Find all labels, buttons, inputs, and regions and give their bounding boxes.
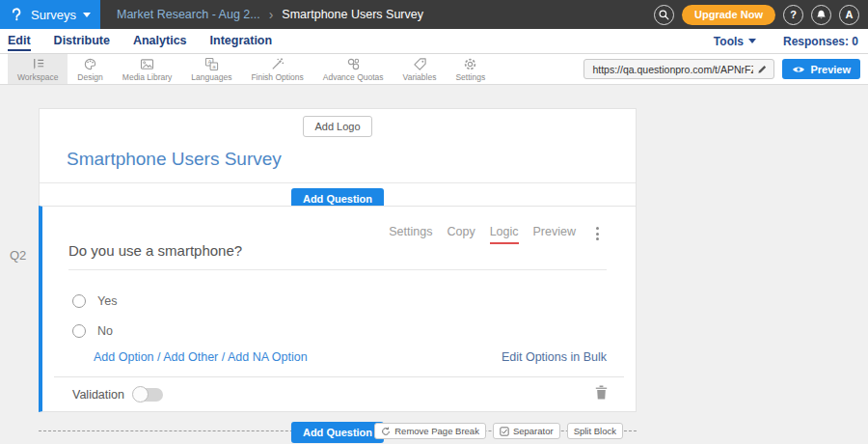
chevron-down-icon: [748, 39, 756, 43]
remove-page-break-button[interactable]: Remove Page Break: [374, 423, 486, 439]
question-tab-preview[interactable]: Preview: [533, 225, 576, 242]
question-tab-copy[interactable]: Copy: [447, 225, 475, 242]
nav-tabs: Edit Distribute Analytics Integration: [0, 31, 272, 51]
option-label[interactable]: No: [97, 324, 113, 338]
tools-label: Tools: [714, 35, 744, 48]
toolbar-item-variables[interactable]: Variables: [393, 54, 447, 84]
pencil-icon: [756, 64, 768, 75]
tools-menu[interactable]: Tools: [714, 35, 756, 48]
delete-question-button[interactable]: [594, 384, 609, 401]
separator-label: Separator: [513, 426, 554, 436]
section-nav: Edit Distribute Analytics Integration To…: [0, 29, 868, 54]
product-label: Surveys: [31, 8, 76, 22]
tab-edit[interactable]: Edit: [8, 31, 31, 51]
page-break-row: Add Question Remove Page Break Separator…: [39, 422, 637, 443]
link-separator: /: [154, 350, 164, 364]
question-mark-icon: ?: [790, 9, 797, 20]
option-label[interactable]: Yes: [97, 294, 117, 308]
preview-button[interactable]: Preview: [782, 59, 860, 79]
add-option-link[interactable]: Add Option: [94, 350, 154, 364]
kebab-menu-icon[interactable]: [592, 225, 603, 242]
gear-icon: [463, 57, 477, 71]
nav-right: Tools Responses: 0: [714, 35, 868, 48]
toolbar-item-media-library[interactable]: Media Library: [113, 54, 182, 84]
wand-icon: [270, 57, 285, 71]
search-icon: [658, 9, 670, 21]
top-bar: Surveys Market Research - Aug 2... › Sma…: [0, 0, 868, 29]
chevron-down-icon: [83, 13, 91, 17]
toolbar-item-workspace[interactable]: Workspace: [8, 54, 68, 84]
tab-distribute[interactable]: Distribute: [54, 31, 110, 51]
image-icon: [140, 57, 154, 71]
toolbar-item-settings[interactable]: Settings: [446, 54, 495, 84]
toolbar-item-finish-options[interactable]: Finish Options: [241, 54, 312, 84]
survey-url-box: [583, 59, 774, 79]
option-add-links: Add Option / Add Other / Add NA Option: [94, 350, 308, 364]
remove-page-break-label: Remove Page Break: [394, 426, 479, 436]
search-button[interactable]: [654, 5, 674, 25]
add-other-link[interactable]: Add Other: [163, 350, 218, 364]
tab-integration[interactable]: Integration: [210, 31, 273, 51]
question-tabs: Settings Copy Logic Preview: [389, 225, 603, 244]
radio-button[interactable]: [72, 294, 86, 308]
question-tab-logic[interactable]: Logic: [490, 225, 519, 244]
question-text-field: Do you use a smartphone?: [68, 242, 607, 270]
validation-toggle[interactable]: [134, 388, 163, 402]
add-logo-button[interactable]: Add Logo: [303, 116, 371, 137]
help-button[interactable]: ?: [783, 5, 803, 25]
avatar[interactable]: A: [839, 5, 859, 25]
upgrade-now-button[interactable]: Upgrade Now: [682, 5, 775, 25]
answer-option-row: No: [72, 324, 113, 338]
survey-title[interactable]: Smartphone Users Survey: [67, 149, 636, 170]
checkbox-icon: [500, 427, 509, 436]
question-text[interactable]: Do you use a smartphone?: [68, 242, 607, 270]
edit-toolbar: Workspace Design Media Library Aa Langua…: [0, 54, 868, 85]
split-block-label: Split Block: [574, 426, 616, 436]
surveys-product-menu[interactable]: Surveys: [0, 0, 100, 29]
breadcrumb-folder[interactable]: Market Research - Aug 2...: [117, 8, 260, 21]
question-card: Settings Copy Logic Preview Do you use a…: [39, 206, 637, 412]
toolbar-item-languages[interactable]: Aa Languages: [181, 54, 241, 84]
questionpro-logo-icon: [9, 7, 24, 22]
validation-row: Validation: [72, 388, 163, 402]
split-block-button[interactable]: Split Block: [567, 423, 623, 439]
refresh-icon: [381, 427, 391, 436]
toolbar-label: Advance Quotas: [323, 72, 384, 82]
translate-icon: Aa: [204, 57, 219, 71]
add-question-button-bottom[interactable]: Add Question: [291, 422, 384, 443]
palette-icon: [83, 57, 97, 71]
svg-text:a: a: [212, 63, 216, 69]
notifications-button[interactable]: [811, 5, 831, 25]
bell-icon: [815, 9, 827, 21]
separator-button[interactable]: Separator: [493, 423, 560, 439]
toolbar-item-design[interactable]: Design: [68, 54, 112, 84]
toolbar-label: Media Library: [122, 72, 173, 82]
tag-icon: [413, 57, 427, 71]
breadcrumb-chevron-icon: ›: [269, 8, 274, 21]
workspace-icon: [31, 57, 45, 71]
toolbar-label: Variables: [403, 72, 437, 82]
eye-icon: [792, 65, 805, 74]
preview-label: Preview: [810, 64, 851, 75]
edit-options-in-bulk-link[interactable]: Edit Options in Bulk: [502, 350, 607, 364]
toolbar-label: Finish Options: [251, 72, 303, 82]
survey-header-card: Add Logo Smartphone Users Survey Add Que…: [39, 108, 637, 216]
toolbar-item-advance-quotas[interactable]: Advance Quotas: [313, 54, 393, 84]
toggle-knob: [132, 386, 149, 402]
breadcrumb-survey-name: Smartphone Users Survey: [282, 8, 423, 21]
link-separator: /: [218, 350, 228, 364]
toolbar-label: Workspace: [17, 72, 58, 82]
avatar-initial: A: [846, 9, 854, 20]
tab-analytics[interactable]: Analytics: [133, 31, 187, 51]
chain-icon: [346, 57, 361, 71]
toolbar-label: Design: [77, 72, 102, 82]
responses-count: Responses: 0: [783, 35, 858, 48]
add-na-option-link[interactable]: Add NA Option: [228, 350, 308, 364]
page-break-tools: Remove Page Break Separator Split Block: [374, 423, 623, 439]
question-tab-settings[interactable]: Settings: [389, 225, 432, 242]
toolbar-right: Preview: [583, 54, 868, 84]
edit-url-button[interactable]: [756, 64, 773, 75]
topbar-actions: Upgrade Now ? A: [654, 5, 868, 25]
radio-button[interactable]: [72, 324, 86, 338]
survey-url-input[interactable]: [584, 64, 756, 75]
